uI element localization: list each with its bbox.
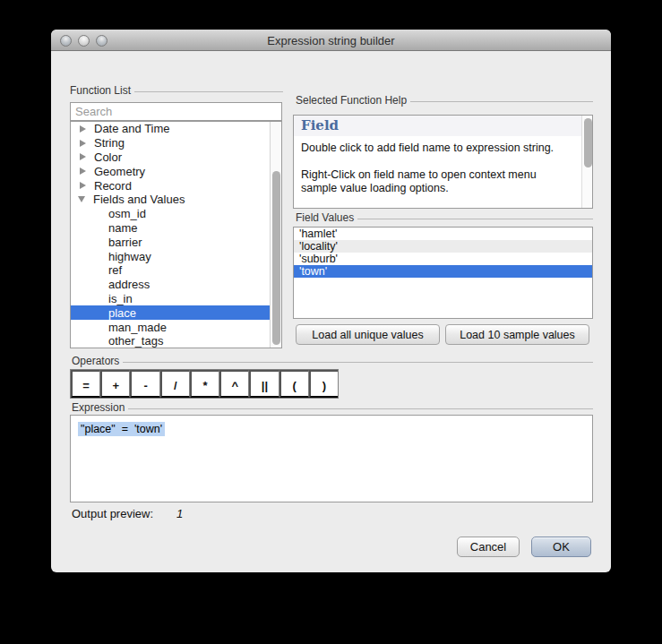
chevron-right-icon[interactable] (80, 153, 86, 160)
divider (134, 91, 283, 92)
tree-item-string[interactable]: String (71, 136, 281, 150)
tree-item-color[interactable]: Color (71, 150, 281, 165)
help-heading: Field (301, 117, 339, 133)
title-bar[interactable]: Expression string builder (51, 30, 611, 51)
tree-item-record[interactable]: Record (71, 178, 281, 193)
chevron-right-icon[interactable] (80, 167, 86, 175)
expression-string-builder-dialog: Expression string builder Function List … (51, 30, 611, 572)
tree-item-fields-and-values[interactable]: Fields and Values (71, 193, 281, 207)
operator-minus-button[interactable]: - (130, 370, 159, 398)
value-row-suburb[interactable]: 'suburb' (294, 253, 592, 265)
tree-item-osm-id[interactable]: osm_id (71, 207, 281, 221)
ok-button[interactable]: OK (531, 537, 591, 557)
help-paragraph: Double click to add field name to expres… (301, 142, 574, 156)
load-all-unique-values-button[interactable]: Load all unique values (296, 324, 440, 345)
field-values-list[interactable]: 'hamlet' 'locality' 'suburb' 'town' (293, 227, 593, 319)
screen-background: Expression string builder Function List … (0, 0, 662, 644)
field-values-label: Field Values (296, 211, 593, 224)
expression-editor[interactable]: "place" = 'town' (70, 415, 593, 502)
chevron-right-icon[interactable] (80, 140, 86, 147)
tree-item-place-selected[interactable]: place (71, 305, 281, 320)
function-help-panel[interactable]: Field Double click to add field name to … (293, 115, 593, 209)
operator-plus-button[interactable]: + (100, 370, 130, 398)
function-tree[interactable]: Date and Time String Color Geometry Reco… (70, 121, 282, 348)
function-list-label: Function List (70, 84, 283, 97)
tree-item-highway[interactable]: highway (71, 249, 281, 263)
chevron-down-icon[interactable] (78, 196, 85, 202)
divider (357, 219, 593, 219)
help-scrollbar-thumb[interactable] (584, 118, 592, 167)
operator-divide-button[interactable]: / (160, 370, 190, 398)
operator-equals-button[interactable]: = (71, 370, 100, 398)
cancel-button[interactable]: Cancel (457, 537, 520, 557)
window-title: Expression string builder (51, 34, 611, 47)
divider (128, 408, 593, 409)
value-row-locality[interactable]: 'locality' (294, 240, 592, 253)
help-heading-band: Field (294, 116, 592, 136)
search-input[interactable] (70, 102, 282, 121)
value-row-hamlet[interactable]: 'hamlet' (294, 228, 592, 240)
output-preview-label: Output preview: (72, 507, 153, 520)
operator-multiply-button[interactable]: * (190, 370, 219, 398)
help-body: Double click to add field name to expres… (294, 136, 592, 196)
tree-item-ref[interactable]: ref (71, 263, 281, 278)
chevron-right-icon[interactable] (80, 125, 86, 133)
tree-item-is-in[interactable]: is_in (71, 292, 281, 306)
tree-item-date-and-time[interactable]: Date and Time (71, 122, 281, 136)
tree-item-barrier[interactable]: barrier (71, 235, 281, 249)
tree-item-geometry[interactable]: Geometry (71, 164, 281, 178)
operator-concat-button[interactable]: || (249, 370, 279, 398)
selected-function-help-label: Selected Function Help (296, 94, 593, 107)
tree-item-man-made[interactable]: man_made (71, 320, 281, 334)
output-preview-row: Output preview: 1 (72, 507, 183, 520)
value-row-town-selected[interactable]: 'town' (294, 265, 592, 278)
load-10-sample-values-button[interactable]: Load 10 sample values (445, 324, 589, 345)
tree-scrollbar-thumb[interactable] (272, 171, 280, 345)
operator-open-paren-button[interactable]: ( (279, 370, 309, 398)
expression-label: Expression (72, 401, 593, 414)
tree-item-name[interactable]: name (71, 221, 281, 236)
help-paragraph: Right-Click on field name to open contex… (301, 168, 574, 196)
operators-toolbar: = + - / * ^ || ( ) (70, 369, 339, 399)
operator-close-paren-button[interactable]: ) (309, 370, 338, 398)
help-scrollbar[interactable] (581, 116, 592, 208)
divider (410, 101, 593, 102)
operators-label: Operators (72, 355, 593, 367)
tree-scrollbar[interactable] (270, 122, 281, 348)
expression-text-selected[interactable]: "place" = 'town' (78, 422, 165, 436)
output-preview-value: 1 (176, 507, 183, 520)
tree-item-address[interactable]: address (71, 278, 281, 292)
operator-power-button[interactable]: ^ (219, 370, 249, 398)
tree-item-other-tags[interactable]: other_tags (71, 334, 281, 348)
divider (123, 362, 593, 363)
chevron-right-icon[interactable] (80, 182, 86, 189)
